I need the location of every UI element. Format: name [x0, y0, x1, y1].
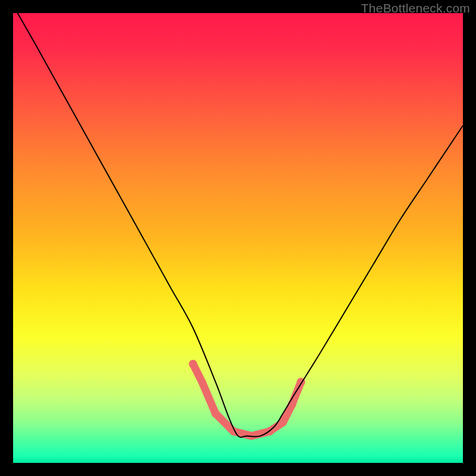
bottleneck-chart [13, 13, 463, 463]
plot-area [13, 13, 463, 463]
chart-frame: TheBottleneck.com [0, 0, 476, 476]
marker-dot [189, 360, 197, 368]
gradient-background [13, 13, 463, 463]
marker-dot [211, 409, 220, 418]
watermark-text: TheBottleneck.com [361, 1, 470, 15]
